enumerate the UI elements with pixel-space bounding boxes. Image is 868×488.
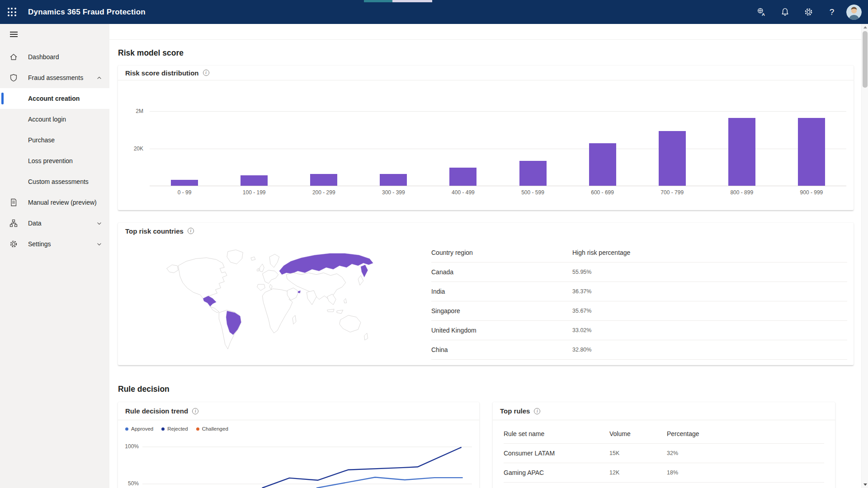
legend-item-challenged[interactable]: Challenged — [196, 426, 228, 432]
notifications-bell-icon[interactable] — [773, 0, 797, 24]
spacer-icon — [9, 136, 18, 145]
info-icon[interactable]: i — [192, 408, 198, 414]
cell: 55.95% — [572, 269, 847, 275]
map-ireland[interactable] — [257, 268, 259, 271]
sidebar-item-label: Account login — [28, 116, 66, 123]
map-country-russia[interactable] — [279, 253, 373, 275]
map-europe[interactable] — [262, 270, 278, 283]
sidebar-item-dashboard[interactable]: Dashboard — [0, 47, 109, 67]
sidebar-item-custom-assessments[interactable]: Custom assessments — [0, 171, 109, 192]
scrollbar-thumb[interactable] — [863, 31, 868, 88]
bar-rect — [380, 174, 407, 186]
sidebar-item-account-creation[interactable]: Account creation — [0, 88, 109, 109]
table-row[interactable]: Consumer LATAM15K32% — [504, 444, 824, 463]
card-title: Rule decision trend — [125, 407, 188, 415]
sidebar-item-label: Manual review (preview) — [28, 199, 97, 206]
risk-score-distribution-card: Risk score distribution i 2M 20K 0 - 991… — [118, 66, 854, 210]
table-row[interactable]: China32.80% — [431, 340, 847, 360]
bar-rect — [449, 168, 476, 186]
cell: Canada — [431, 268, 572, 276]
column-header: Country region — [431, 249, 572, 256]
spacer-icon — [9, 94, 18, 103]
bar-300-399[interactable] — [359, 89, 428, 186]
legend-item-approved[interactable]: Approved — [125, 426, 153, 432]
sidebar-item-label: Fraud assessments — [28, 74, 83, 81]
app-launcher-waffle-icon[interactable] — [0, 0, 24, 24]
scroll-down-arrow-icon[interactable] — [862, 481, 868, 488]
x-axis-label: 500 - 599 — [498, 189, 567, 196]
sidebar-item-label: Data — [28, 220, 42, 227]
bar-900-999[interactable] — [777, 89, 846, 186]
settings-gear-icon[interactable] — [797, 0, 820, 24]
map-madagascar[interactable] — [292, 315, 296, 324]
bar-700-799[interactable] — [637, 89, 707, 186]
section-heading-rule-decision: Rule decision — [118, 383, 854, 395]
bar-100-199[interactable] — [219, 89, 289, 186]
spacer-icon — [9, 115, 18, 124]
cell: 36.37% — [572, 288, 847, 295]
legend-label: Rejected — [167, 426, 188, 432]
info-icon[interactable]: i — [188, 228, 194, 234]
sidebar-item-loss-prevention[interactable]: Loss prevention — [0, 150, 109, 171]
table-row[interactable]: Canada55.95% — [431, 263, 847, 282]
table-row[interactable]: United Kingdom33.02% — [431, 321, 847, 340]
map-iberia[interactable] — [257, 284, 265, 291]
legend-item-rejected[interactable]: Rejected — [161, 426, 188, 432]
scroll-up-arrow-icon[interactable] — [862, 24, 868, 31]
bar-800-899[interactable] — [707, 89, 777, 186]
hamburger-menu-button[interactable] — [0, 24, 109, 45]
chevron-down-icon — [96, 221, 102, 226]
risk-bars-plot — [150, 89, 846, 186]
loading-strip-light — [392, 0, 432, 2]
table-header-row: Country regionHigh risk percentage — [431, 243, 847, 263]
map-new-zealand[interactable] — [364, 333, 368, 340]
bar-0-99[interactable] — [150, 89, 219, 186]
sidebar-item-data[interactable]: Data — [0, 213, 109, 234]
bar-400-499[interactable] — [428, 89, 498, 186]
info-icon[interactable]: i — [534, 408, 540, 414]
top-risk-countries-card: Top risk countries i — [118, 223, 854, 365]
map-indonesia[interactable] — [327, 309, 334, 312]
info-icon[interactable]: i — [203, 70, 209, 76]
table-row[interactable]: Gaming APAC12K18% — [504, 463, 824, 483]
map-country-mexico[interactable] — [203, 296, 216, 307]
hamburger-icon — [10, 30, 18, 38]
sidebar-item-purchase[interactable]: Purchase — [0, 130, 109, 150]
legend-dot — [161, 427, 165, 431]
map-united-kingdom[interactable] — [260, 264, 264, 272]
cell: 33.02% — [572, 327, 847, 333]
sidebar-item-label: Purchase — [28, 136, 55, 144]
map-iceland[interactable] — [251, 257, 255, 260]
user-avatar[interactable] — [846, 5, 862, 20]
bar-rect — [589, 143, 616, 186]
bar-600-699[interactable] — [568, 89, 637, 186]
table-row[interactable]: India36.37% — [431, 282, 847, 301]
map-scandinavia[interactable] — [269, 254, 279, 267]
map-philippines[interactable] — [344, 299, 347, 303]
map-indonesia-east[interactable] — [337, 310, 343, 314]
bar-200-299[interactable] — [289, 89, 359, 186]
table-row[interactable]: Singapore35.67% — [431, 301, 847, 321]
map-australia[interactable] — [340, 315, 361, 332]
map-italy[interactable] — [269, 284, 272, 290]
legend-dot — [196, 427, 199, 431]
map-greenland[interactable] — [227, 250, 243, 264]
map-alaska[interactable] — [167, 265, 178, 273]
sidebar-item-account-login[interactable]: Account login — [0, 109, 109, 130]
sidebar-item-manual-review-preview[interactable]: Manual review (preview) — [0, 192, 109, 213]
map-north-america[interactable] — [178, 258, 227, 298]
sidebar-item-fraud-assessments[interactable]: Fraud assessments — [0, 67, 109, 88]
product-title: Dynamics 365 Fraud Protection — [28, 8, 146, 17]
map-kamchatka[interactable] — [361, 265, 368, 277]
sidebar-item-settings[interactable]: Settings — [0, 234, 109, 254]
language-translate-icon[interactable]: A — [750, 0, 773, 24]
risk-bars-labels: 0 - 99100 - 199200 - 299300 - 399400 - 4… — [150, 189, 846, 196]
map-japan[interactable] — [358, 276, 363, 286]
main-content: Risk model score Risk score distribution… — [109, 24, 861, 488]
bar-500-599[interactable] — [498, 89, 567, 186]
vertical-scrollbar[interactable] — [861, 24, 868, 488]
help-icon[interactable]: ? — [820, 0, 844, 24]
map-central-america[interactable] — [210, 306, 219, 313]
cell: 32.80% — [572, 347, 847, 353]
x-axis-label: 400 - 499 — [428, 189, 498, 196]
